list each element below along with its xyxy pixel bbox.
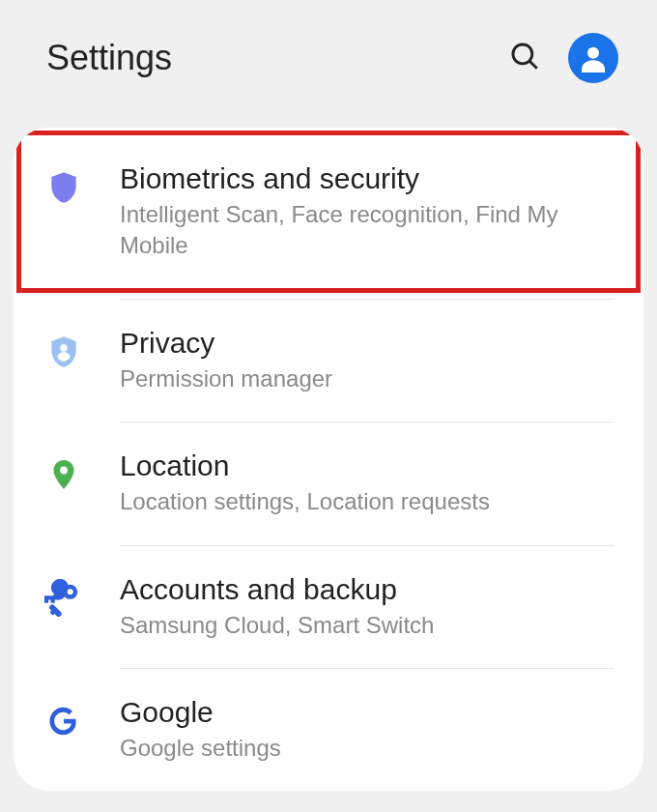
pin-icon [43,453,85,496]
avatar[interactable] [568,33,618,83]
google-icon [43,700,85,742]
shield-person-icon [43,331,85,373]
item-title: Biometrics and security [120,162,614,195]
item-subtitle: Location settings, Location requests [120,486,614,517]
item-subtitle: Permission manager [120,363,614,394]
list-item-biometrics[interactable]: Biometrics and security Intelligent Scan… [14,128,643,299]
item-title: Privacy [120,327,614,360]
svg-point-3 [60,344,68,352]
svg-point-0 [513,44,532,64]
header: Settings [0,0,657,116]
item-subtitle: Samsung Cloud, Smart Switch [120,610,614,641]
list-item-location[interactable]: Location Location settings, Location req… [14,422,643,544]
header-actions [508,33,618,83]
search-icon[interactable] [508,40,541,76]
page-title: Settings [46,38,172,78]
list-item-google[interactable]: Google Google settings [14,669,643,791]
item-subtitle: Intelligent Scan, Face recognition, Find… [120,199,614,262]
list-item-accounts[interactable]: Accounts and backup Samsung Cloud, Smart… [14,546,643,668]
svg-point-2 [587,47,599,59]
item-content: Google Google settings [120,696,614,764]
item-subtitle: Google settings [120,733,614,764]
item-content: Location Location settings, Location req… [120,450,614,517]
list-item-privacy[interactable]: Privacy Permission manager [14,300,643,421]
settings-list: Biometrics and security Intelligent Scan… [14,128,643,791]
svg-line-1 [529,61,537,69]
svg-point-6 [68,589,73,594]
item-content: Biometrics and security Intelligent Scan… [120,162,614,262]
item-title: Google [120,696,614,729]
key-icon [43,577,85,620]
svg-point-4 [60,467,68,475]
item-content: Accounts and backup Samsung Cloud, Smart… [120,573,614,641]
item-title: Location [120,450,614,482]
item-title: Accounts and backup [120,573,614,606]
item-content: Privacy Permission manager [120,327,614,394]
shield-icon [43,166,85,209]
